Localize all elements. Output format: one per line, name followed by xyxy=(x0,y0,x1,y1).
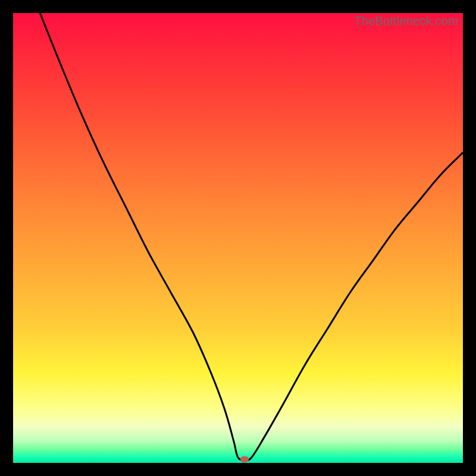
plot-area: TheBottleneck.com xyxy=(13,13,463,463)
minimum-marker xyxy=(240,456,249,462)
bottleneck-curve xyxy=(13,13,463,463)
chart-frame: TheBottleneck.com xyxy=(0,0,476,476)
